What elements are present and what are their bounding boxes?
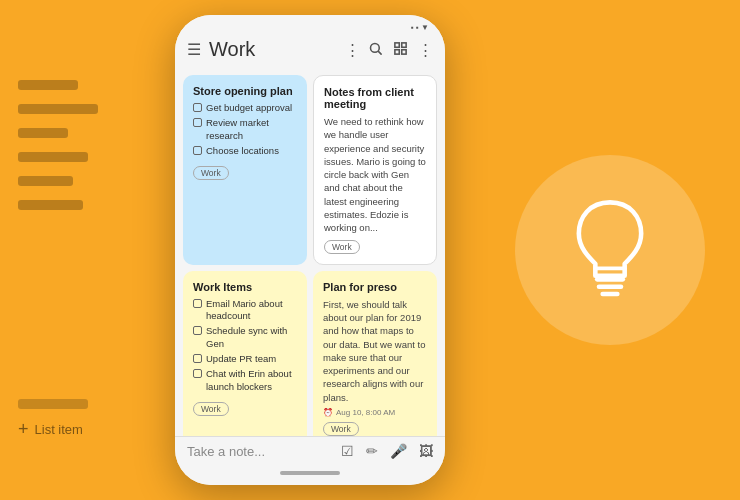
add-list-label: List item [35, 422, 83, 437]
checkbox [193, 299, 202, 308]
checkbox-item: Update PR team [193, 353, 297, 365]
plus-icon: + [18, 419, 29, 440]
note-tag: Work [193, 166, 229, 180]
checkbox [193, 118, 202, 127]
note-title: Plan for preso [323, 281, 427, 293]
checkbox [193, 354, 202, 363]
toolbar-actions: ⋮ [368, 41, 433, 59]
note-store-opening[interactable]: Store opening plan Get budget approval R… [183, 75, 307, 265]
svg-rect-3 [402, 42, 406, 46]
lightbulb-circle [515, 155, 705, 345]
note-tag: Work [323, 422, 359, 436]
status-bar: ▪ ▪ ▼ [175, 15, 445, 34]
note-checklist: Get budget approval Review market resear… [193, 102, 297, 157]
sidebar-bar-6[interactable] [18, 200, 83, 210]
note-title: Notes from client meeting [324, 86, 426, 110]
checkbox-item: Email Mario about headcount [193, 298, 297, 323]
app-toolbar: ☰ Work ⋮ ⋮ [175, 34, 445, 69]
note-checklist: Email Mario about headcount Schedule syn… [193, 298, 297, 393]
menu-icon[interactable]: ☰ [187, 40, 201, 59]
checkbox-item: Get budget approval [193, 102, 297, 114]
layout-icon[interactable] [393, 41, 408, 59]
checkbox-item: Chat with Erin about launch blockers [193, 368, 297, 393]
note-title: Work Items [193, 281, 297, 293]
draw-icon[interactable]: ✏ [366, 443, 378, 459]
checkbox-item: Review market research [193, 117, 297, 142]
home-bar [280, 471, 340, 475]
note-date: ⏰ Aug 10, 8:00 AM [323, 408, 427, 417]
checkbox [193, 326, 202, 335]
app-title: Work [209, 38, 337, 61]
sidebar-bar-2[interactable] [18, 104, 98, 114]
checkbox-item: Choose locations [193, 145, 297, 157]
svg-rect-2 [395, 42, 399, 46]
sidebar [18, 80, 98, 210]
checklist-icon[interactable]: ☑ [341, 443, 354, 459]
sidebar-bar-1[interactable] [18, 80, 78, 90]
overflow-icon[interactable]: ⋮ [418, 41, 433, 59]
home-bar-area [175, 465, 445, 485]
note-client-meeting[interactable]: Notes from client meeting We need to ret… [313, 75, 437, 265]
sidebar-bar-4[interactable] [18, 152, 88, 162]
note-body: First, we should talk about our plan for… [323, 298, 427, 404]
lightbulb-area [510, 150, 710, 350]
sidebar-bar-5[interactable] [18, 176, 73, 186]
sidebar-bar-7[interactable] [18, 399, 88, 409]
mic-icon[interactable]: 🎤 [390, 443, 407, 459]
note-work-items[interactable]: Work Items Email Mario about headcount S… [183, 271, 307, 436]
phone-mockup: ▪ ▪ ▼ ☰ Work ⋮ ⋮ Store opening plan [175, 15, 445, 485]
notes-grid: Store opening plan Get budget approval R… [175, 69, 445, 436]
calendar-icon: ⏰ [323, 408, 333, 417]
svg-line-1 [378, 51, 381, 54]
search-icon[interactable] [368, 41, 383, 59]
note-plan-preso[interactable]: Plan for preso First, we should talk abo… [313, 271, 437, 436]
take-note-input[interactable]: Take a note... [187, 444, 341, 459]
add-list-item[interactable]: + List item [18, 419, 88, 440]
note-tag: Work [193, 402, 229, 416]
note-title: Store opening plan [193, 85, 297, 97]
note-body: We need to rethink how we handle user ex… [324, 115, 426, 235]
checkbox [193, 146, 202, 155]
sidebar-bar-3[interactable] [18, 128, 68, 138]
checkbox [193, 369, 202, 378]
svg-rect-5 [402, 49, 406, 53]
lightbulb-icon [555, 195, 665, 305]
more-dots-icon[interactable]: ⋮ [345, 41, 360, 59]
note-tag: Work [324, 240, 360, 254]
bottom-toolbar: Take a note... ☑ ✏ 🎤 🖼 [175, 436, 445, 465]
bottom-icons: ☑ ✏ 🎤 🖼 [341, 443, 433, 459]
checkbox-item: Schedule sync with Gen [193, 325, 297, 350]
sidebar-bottom: + List item [18, 399, 88, 440]
checkbox [193, 103, 202, 112]
image-icon[interactable]: 🖼 [419, 443, 433, 459]
svg-rect-4 [395, 49, 399, 53]
